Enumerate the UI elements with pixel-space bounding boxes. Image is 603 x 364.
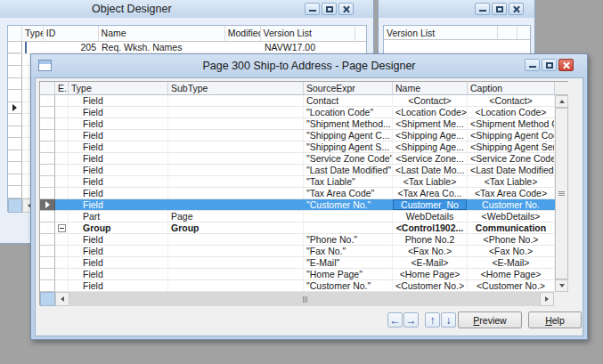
name-cell[interactable]: <Location Code> bbox=[393, 107, 468, 117]
row-selector[interactable] bbox=[8, 126, 22, 139]
designer-row[interactable]: Field"Fax No."<Fax No.><Fax No.> bbox=[40, 246, 555, 257]
subtype-cell[interactable] bbox=[168, 130, 304, 141]
horizontal-scrollbar[interactable] bbox=[40, 292, 569, 306]
subtype-cell[interactable] bbox=[168, 199, 304, 210]
name-cell[interactable]: <Home Page> bbox=[393, 269, 468, 279]
row-selector[interactable] bbox=[8, 150, 22, 163]
designer-row[interactable]: FieldContact<Contact><Contact> bbox=[40, 95, 555, 107]
designer-row[interactable]: Field"Phone No."Phone No.2<Phone No.> bbox=[40, 234, 555, 246]
caption-cell[interactable]: <Last Date Modified> bbox=[468, 165, 555, 175]
move-right-button[interactable]: → bbox=[403, 312, 419, 328]
sourceexpr-cell[interactable]: "Service Zone Code" bbox=[304, 153, 393, 164]
expand-cell[interactable] bbox=[55, 188, 69, 198]
type-cell[interactable]: Field bbox=[69, 188, 168, 198]
close-icon[interactable] bbox=[338, 3, 354, 15]
subtype-cell[interactable] bbox=[168, 176, 304, 187]
sourceexpr-cell[interactable]: "Shipping Agent C... bbox=[304, 130, 393, 141]
header-type[interactable]: Type bbox=[22, 26, 44, 41]
header-expand[interactable]: E.. bbox=[55, 82, 69, 94]
row-selector[interactable] bbox=[40, 130, 55, 142]
object-modified-cell[interactable] bbox=[226, 42, 262, 53]
row-selector[interactable] bbox=[40, 211, 55, 222]
subtype-cell[interactable] bbox=[168, 142, 304, 152]
row-selector[interactable] bbox=[40, 176, 55, 188]
caption-cell[interactable]: <Shipment Method Code> bbox=[468, 118, 555, 129]
expand-cell[interactable] bbox=[55, 211, 69, 222]
maximize-icon[interactable] bbox=[492, 3, 507, 15]
type-cell[interactable]: Field bbox=[69, 118, 168, 129]
subtype-cell[interactable] bbox=[168, 234, 304, 245]
type-cell[interactable]: Group bbox=[69, 222, 168, 233]
expand-cell[interactable] bbox=[55, 118, 69, 129]
header-subtype[interactable]: SubType bbox=[168, 82, 304, 94]
expand-cell[interactable] bbox=[55, 246, 69, 256]
down-arrow-icon[interactable] bbox=[555, 279, 568, 292]
type-cell[interactable]: Field bbox=[69, 107, 168, 117]
designer-row[interactable]: Field"Service Zone Code"<Service Zone...… bbox=[40, 153, 555, 165]
name-cell[interactable]: <Shipping Age... bbox=[393, 130, 468, 141]
type-cell[interactable]: Field bbox=[69, 165, 168, 175]
name-cell[interactable]: <Control1902... bbox=[393, 222, 468, 233]
expand-cell[interactable] bbox=[55, 130, 69, 141]
object-designer-titlebar[interactable]: Object Designer bbox=[0, 0, 373, 18]
caption-cell[interactable]: Customer No. bbox=[468, 199, 555, 210]
type-cell[interactable]: Field bbox=[69, 246, 168, 256]
type-cell[interactable]: Field bbox=[69, 130, 168, 141]
caption-cell[interactable]: <Fax No.> bbox=[468, 246, 555, 256]
name-cell[interactable]: <Service Zone... bbox=[393, 153, 468, 164]
name-cell[interactable]: <Tax Area Co... bbox=[393, 188, 468, 198]
sourceexpr-cell[interactable]: "Customer No." bbox=[304, 280, 393, 291]
designer-row[interactable]: Field"Tax Liable"<Tax Liable><Tax Liable… bbox=[40, 176, 555, 188]
object-version-cell[interactable]: NAVW17.00 bbox=[262, 42, 357, 53]
move-up-button[interactable]: ↑ bbox=[425, 312, 440, 328]
header-version-list[interactable]: Version List bbox=[384, 26, 498, 39]
caption-cell[interactable]: <Contact> bbox=[468, 95, 555, 106]
preview-button[interactable]: Preview bbox=[458, 311, 522, 328]
name-cell[interactable]: <Customer No.> bbox=[393, 280, 468, 291]
scrollbar-thumb[interactable] bbox=[555, 108, 568, 279]
row-selector[interactable] bbox=[40, 269, 55, 280]
sourceexpr-cell[interactable]: "Phone No." bbox=[304, 234, 393, 245]
left-arrow-icon[interactable] bbox=[55, 292, 69, 306]
type-cell[interactable]: Field bbox=[69, 199, 168, 210]
sourceexpr-cell[interactable]: "Customer No." bbox=[304, 199, 393, 210]
row-selector[interactable] bbox=[8, 90, 22, 102]
type-cell[interactable]: Field bbox=[69, 280, 168, 291]
subtype-cell[interactable] bbox=[168, 188, 304, 198]
expand-cell[interactable] bbox=[55, 153, 69, 164]
designer-row[interactable]: GroupGroup<Control1902...Communication bbox=[40, 222, 555, 234]
designer-row[interactable]: Field"Customer No."Customer_NoCustomer N… bbox=[40, 199, 555, 211]
name-cell[interactable]: <Fax No.> bbox=[393, 246, 468, 256]
name-cell[interactable]: Customer_No bbox=[393, 199, 468, 210]
row-selector[interactable] bbox=[8, 114, 22, 126]
subtype-cell[interactable] bbox=[168, 257, 304, 268]
type-cell[interactable]: Field bbox=[69, 257, 168, 268]
designer-row[interactable]: Field"Home Page"<Home Page><Home Page> bbox=[40, 269, 555, 280]
caption-cell[interactable]: <Tax Area Code> bbox=[468, 188, 555, 198]
help-button[interactable]: Help bbox=[528, 311, 582, 328]
sourceexpr-cell[interactable]: "Shipping Agent S... bbox=[304, 142, 393, 152]
expand-cell[interactable] bbox=[55, 176, 69, 187]
row-selector[interactable] bbox=[8, 42, 22, 53]
minimize-icon[interactable] bbox=[525, 59, 540, 71]
expand-cell[interactable] bbox=[55, 269, 69, 279]
subtype-cell[interactable]: Group bbox=[168, 222, 304, 233]
subtype-cell[interactable]: Page bbox=[168, 211, 304, 222]
row-selector[interactable] bbox=[40, 234, 55, 246]
sourceexpr-cell[interactable]: "Home Page" bbox=[304, 269, 393, 279]
row-selector[interactable] bbox=[8, 78, 22, 91]
header-sourceexpr[interactable]: SourceExpr bbox=[304, 82, 393, 94]
designer-row[interactable]: Field"Tax Area Code"<Tax Area Co...<Tax … bbox=[40, 188, 555, 199]
object-name-cell[interactable]: Req. Wksh. Names bbox=[99, 42, 226, 53]
collapse-icon[interactable] bbox=[58, 224, 66, 232]
object-type-cell[interactable] bbox=[22, 42, 44, 53]
row-selector[interactable] bbox=[8, 54, 22, 67]
designer-row[interactable]: PartPageWebDetails<WebDetails> bbox=[40, 211, 555, 222]
type-cell[interactable]: Field bbox=[69, 153, 168, 164]
row-selector[interactable] bbox=[8, 102, 22, 115]
type-cell[interactable]: Part bbox=[69, 211, 168, 222]
sourceexpr-cell[interactable]: "Shipment Method... bbox=[304, 118, 393, 129]
subtype-cell[interactable] bbox=[168, 165, 304, 175]
row-selector[interactable] bbox=[8, 66, 22, 78]
expand-cell[interactable] bbox=[55, 222, 69, 233]
